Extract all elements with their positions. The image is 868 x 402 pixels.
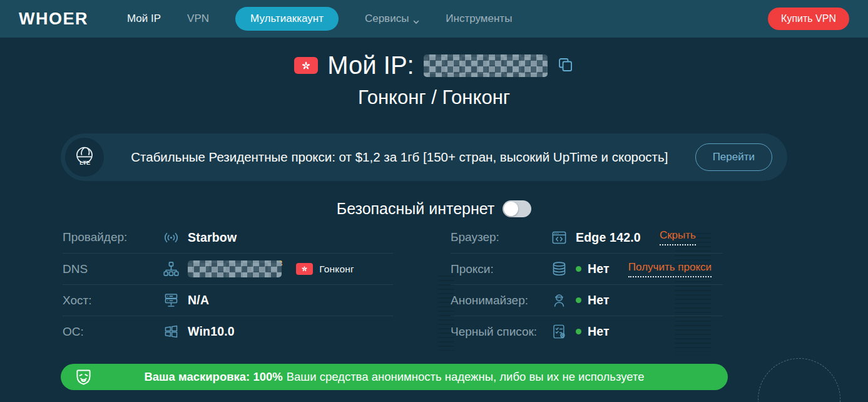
browser-label: Браузер: [451,230,551,244]
table-row-host: Хост: N/A [63,284,393,316]
host-value: N/A [188,293,209,307]
ip-masked-value [424,54,548,77]
decor-dashed-circle [758,358,840,402]
nav-item-multiaccount[interactable]: Мультиаккаунт [235,7,339,31]
toggle-knob [504,202,518,216]
browser-icon [551,229,568,246]
info-column-right: Браузер: Edge 142.0 Скрыть Прокси: [451,222,723,347]
copy-ip-icon[interactable] [557,56,574,75]
secure-internet-row: Безопасный интернет [0,200,868,218]
get-proxy-link[interactable]: Получить прокси [628,261,712,277]
host-label: Хост: [63,294,163,307]
proxy-value: Нет [588,262,610,276]
promo-go-button[interactable]: Перейти [695,143,772,171]
blacklist-value: Нет [588,324,610,339]
network-icon [163,260,180,277]
table-row-os: ОС: Win10.0 [63,316,393,347]
whoer-logo[interactable]: WHOER [19,9,88,29]
top-navbar: WHOER Мой IP VPN Мультиаккаунт Сервисы И… [0,0,868,38]
proxy-label: Прокси: [451,262,551,276]
hide-browser-link[interactable]: Скрыть [660,229,696,245]
browser-value: Edge 142.0 [576,230,641,245]
buy-vpn-button[interactable]: Купить VPN [768,8,849,30]
table-row-provider: Провайдер: Starbow [63,222,393,253]
anonymizer-label: Анонимайзер: [451,294,551,307]
anonymizer-status-dot [576,297,581,303]
nav-item-services-label: Сервисы [365,13,409,25]
nav-item-vpn[interactable]: VPN [187,13,209,25]
secure-internet-label: Безопасный интернет [337,200,495,218]
anonymity-detail: Ваши средства анонимность надежны, либо … [287,370,645,383]
nav-item-tools[interactable]: Инструменты [446,13,512,25]
blacklist-icon [551,323,568,340]
secure-internet-toggle[interactable] [503,200,531,217]
ip-info-grid: Провайдер: Starbow DNS [63,222,868,347]
anonymity-result-banner: Ваша маскировка: 100%Ваши средства анони… [61,364,728,390]
table-row-browser: Браузер: Edge 142.0 Скрыть [451,222,723,253]
table-row-blacklist: Черный список: Нет [451,316,723,347]
os-value: Win10.0 [188,324,235,339]
hong-kong-flag-icon-small [296,263,313,275]
spy-icon [551,292,568,309]
antenna-icon [163,229,180,246]
blacklist-label: Черный список: [451,325,551,339]
nav-item-my-ip[interactable]: Мой IP [127,13,161,25]
my-ip-title-row: Мой IP: [0,51,868,80]
server-icon [163,292,180,309]
info-column-left: Провайдер: Starbow DNS [63,222,393,347]
chevron-down-icon [413,16,419,22]
anonymity-score: Ваша маскировка: 100% [144,370,282,383]
hero-section: Мой IP: Гонконг / Гонконг [0,51,868,109]
page-title: Мой IP: [327,51,414,80]
dns-geo-label: Гонконг [319,264,354,275]
geo-location-title: Гонконг / Гонконг [0,86,868,109]
anonymizer-value: Нет [588,293,610,307]
lte-globe-icon: LTE [65,138,104,177]
dns-masked-value [188,260,282,277]
table-row-dns: DNS 3 [63,253,393,284]
windows-icon [163,323,180,340]
blacklist-status-dot [576,329,581,334]
anonymous-mask-icon [74,368,93,387]
resident-proxy-banner: LTE Стабильные Резидентные прокси: от $1… [61,133,787,181]
nav-item-services[interactable]: Сервисы [365,13,419,25]
hong-kong-flag-icon [294,57,318,74]
table-row-anonymizer: Анонимайзер: Нет [451,284,723,316]
dns-label: DNS [63,262,163,276]
table-row-proxy: Прокси: Нет Получить прокси [451,253,723,284]
os-label: ОС: [63,325,163,339]
anonymity-result-text: Ваша маскировка: 100%Ваши средства анони… [93,370,695,384]
promo-text: Стабильные Резидентные прокси: от $1,2 з… [104,150,695,165]
provider-label: Провайдер: [63,230,163,244]
provider-value: Starbow [188,230,237,245]
lte-badge-text: LTE [79,160,90,166]
proxy-status-dot [576,266,581,272]
database-icon [551,260,568,277]
